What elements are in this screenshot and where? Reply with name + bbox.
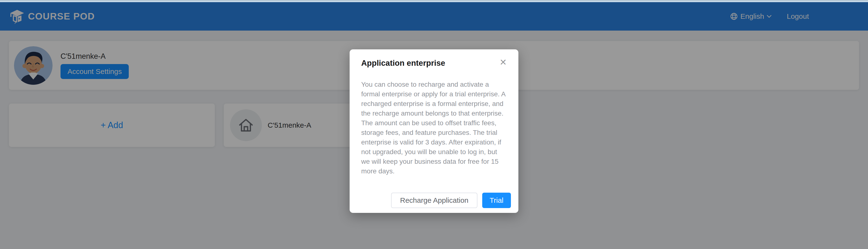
application-enterprise-modal: Application enterprise ✕ You can choose … <box>350 49 518 213</box>
modal-header: Application enterprise ✕ <box>361 49 507 68</box>
window-top-strip <box>0 0 868 2</box>
modal-title: Application enterprise <box>361 59 445 68</box>
recharge-application-button[interactable]: Recharge Application <box>391 193 477 208</box>
close-icon[interactable]: ✕ <box>500 58 507 67</box>
modal-body-text: You can choose to recharge and activate … <box>361 80 507 176</box>
trial-button[interactable]: Trial <box>482 193 511 208</box>
modal-footer: Recharge Application Trial <box>391 193 511 208</box>
